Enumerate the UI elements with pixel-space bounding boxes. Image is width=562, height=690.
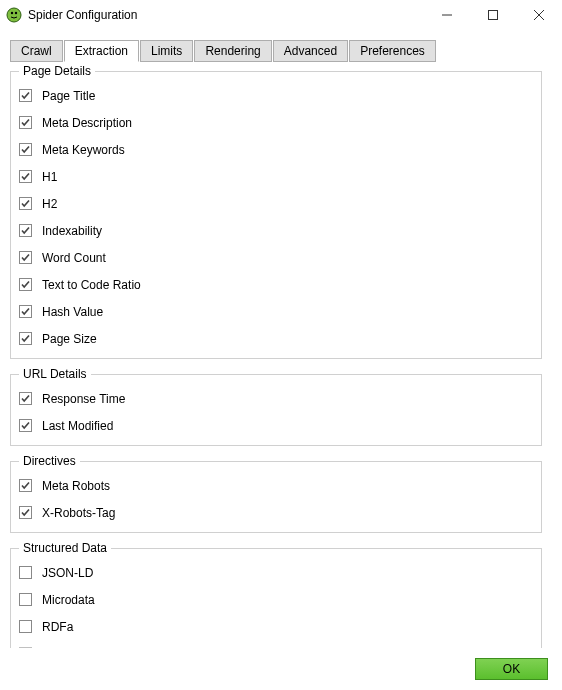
option-meta-keywords[interactable]: Meta Keywords — [19, 136, 533, 163]
checkbox — [19, 647, 32, 648]
option-response-time[interactable]: Response Time — [19, 385, 533, 412]
checkbox[interactable] — [19, 89, 32, 102]
footer: OK — [0, 648, 562, 690]
checkbox[interactable] — [19, 620, 32, 633]
checkbox-label: Page Title — [42, 89, 95, 103]
checkbox-label: Response Time — [42, 392, 125, 406]
checkbox[interactable] — [19, 506, 32, 519]
checkbox[interactable] — [19, 593, 32, 606]
checkbox-label: X-Robots-Tag — [42, 506, 115, 520]
checkbox[interactable] — [19, 143, 32, 156]
checkbox-label: Meta Description — [42, 116, 132, 130]
checkbox[interactable] — [19, 305, 32, 318]
app-icon — [6, 7, 22, 23]
checkbox[interactable] — [19, 479, 32, 492]
option-x-robots-tag[interactable]: X-Robots-Tag — [19, 499, 533, 526]
ok-button[interactable]: OK — [475, 658, 548, 680]
checkbox[interactable] — [19, 116, 32, 129]
content-area: CrawlExtractionLimitsRenderingAdvancedPr… — [0, 30, 562, 648]
tab-label: Advanced — [284, 44, 337, 58]
groups-container: Page DetailsPage TitleMeta DescriptionMe… — [10, 64, 542, 648]
option-last-modified[interactable]: Last Modified — [19, 412, 533, 439]
checkbox[interactable] — [19, 392, 32, 405]
option-word-count[interactable]: Word Count — [19, 244, 533, 271]
maximize-button[interactable] — [470, 0, 516, 30]
checkbox-label: Schema.org Validation — [42, 647, 162, 649]
tab-preferences[interactable]: Preferences — [349, 40, 436, 62]
checkbox-label: Page Size — [42, 332, 97, 346]
checkbox-label: Meta Robots — [42, 479, 110, 493]
window-title: Spider Configuration — [28, 8, 137, 22]
group-structured-data: Structured DataJSON-LDMicrodataRDFaSchem… — [10, 541, 542, 648]
svg-point-2 — [15, 12, 17, 14]
checkbox-label: Last Modified — [42, 419, 113, 433]
option-h1[interactable]: H1 — [19, 163, 533, 190]
checkbox[interactable] — [19, 224, 32, 237]
tab-label: Limits — [151, 44, 182, 58]
tab-extraction[interactable]: Extraction — [64, 40, 139, 62]
svg-rect-4 — [489, 11, 498, 20]
checkbox-label: Indexability — [42, 224, 102, 238]
checkbox[interactable] — [19, 332, 32, 345]
minimize-button[interactable] — [424, 0, 470, 30]
option-indexability[interactable]: Indexability — [19, 217, 533, 244]
checkbox[interactable] — [19, 197, 32, 210]
option-schema.org-validation: Schema.org Validation — [19, 640, 533, 648]
checkbox-label: RDFa — [42, 620, 73, 634]
tab-limits[interactable]: Limits — [140, 40, 193, 62]
option-meta-description[interactable]: Meta Description — [19, 109, 533, 136]
checkbox-label: Text to Code Ratio — [42, 278, 141, 292]
group-title: Directives — [19, 454, 80, 468]
window-controls — [424, 0, 562, 30]
tab-label: Preferences — [360, 44, 425, 58]
close-button[interactable] — [516, 0, 562, 30]
checkbox[interactable] — [19, 566, 32, 579]
tab-rendering[interactable]: Rendering — [194, 40, 271, 62]
group-title: URL Details — [19, 367, 91, 381]
scroll-area: Page DetailsPage TitleMeta DescriptionMe… — [10, 64, 542, 648]
tab-crawl[interactable]: Crawl — [10, 40, 63, 62]
checkbox-label: Hash Value — [42, 305, 103, 319]
option-hash-value[interactable]: Hash Value — [19, 298, 533, 325]
option-meta-robots[interactable]: Meta Robots — [19, 472, 533, 499]
option-page-title[interactable]: Page Title — [19, 82, 533, 109]
group-title: Page Details — [19, 64, 95, 78]
checkbox-label: Microdata — [42, 593, 95, 607]
checkbox-label: JSON-LD — [42, 566, 93, 580]
option-h2[interactable]: H2 — [19, 190, 533, 217]
option-json-ld[interactable]: JSON-LD — [19, 559, 533, 586]
group-page-details: Page DetailsPage TitleMeta DescriptionMe… — [10, 64, 542, 359]
checkbox[interactable] — [19, 419, 32, 432]
checkbox-label: Meta Keywords — [42, 143, 125, 157]
option-text-to-code-ratio[interactable]: Text to Code Ratio — [19, 271, 533, 298]
checkbox[interactable] — [19, 278, 32, 291]
checkbox-label: H1 — [42, 170, 57, 184]
group-title: Structured Data — [19, 541, 111, 555]
group-url-details: URL DetailsResponse TimeLast Modified — [10, 367, 542, 446]
checkbox[interactable] — [19, 170, 32, 183]
svg-point-0 — [7, 8, 21, 22]
option-rdfa[interactable]: RDFa — [19, 613, 533, 640]
tab-bar: CrawlExtractionLimitsRenderingAdvancedPr… — [10, 40, 542, 62]
tab-label: Rendering — [205, 44, 260, 58]
tab-advanced[interactable]: Advanced — [273, 40, 348, 62]
checkbox-label: H2 — [42, 197, 57, 211]
tab-label: Crawl — [21, 44, 52, 58]
option-microdata[interactable]: Microdata — [19, 586, 533, 613]
svg-point-1 — [11, 12, 13, 14]
checkbox[interactable] — [19, 251, 32, 264]
option-page-size[interactable]: Page Size — [19, 325, 533, 352]
group-directives: DirectivesMeta RobotsX-Robots-Tag — [10, 454, 542, 533]
titlebar: Spider Configuration — [0, 0, 562, 30]
checkbox-label: Word Count — [42, 251, 106, 265]
tab-label: Extraction — [75, 44, 128, 58]
